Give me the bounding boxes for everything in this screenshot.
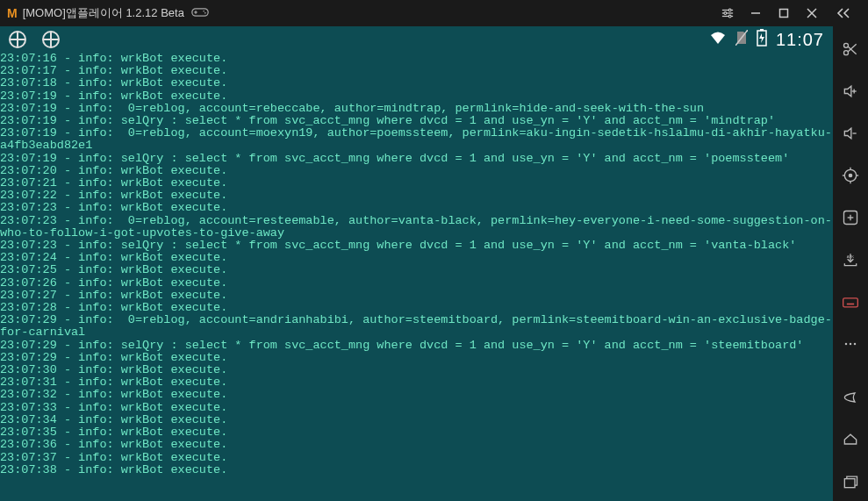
svg-point-43 [850, 343, 852, 346]
volume-down-button[interactable] [833, 114, 868, 153]
app-icon-1[interactable] [9, 31, 26, 48]
more-button[interactable] [833, 325, 868, 363]
wifi-icon [709, 31, 727, 48]
gamepad-icon [191, 6, 209, 21]
volume-up-button[interactable] [833, 72, 868, 111]
keyboard-button[interactable] [833, 283, 868, 321]
collapse-sidebar-button[interactable] [826, 7, 861, 19]
scissors-button[interactable] [833, 30, 868, 68]
add-button[interactable] [833, 198, 868, 237]
svg-rect-45 [844, 479, 855, 488]
titlebar: M [MOMO]앱플레이어 1.2.12 Beta [0, 0, 868, 26]
android-statusbar: 11:07 [0, 26, 833, 53]
sim-icon [735, 30, 748, 49]
svg-point-26 [849, 174, 851, 176]
status-clock: 11:07 [776, 30, 824, 50]
svg-point-4 [204, 12, 206, 14]
svg-rect-12 [780, 10, 788, 18]
svg-point-44 [854, 343, 857, 346]
location-button[interactable] [833, 156, 868, 195]
minimize-button[interactable] [742, 0, 770, 26]
svg-point-42 [845, 343, 848, 346]
android-back-button[interactable] [833, 378, 868, 417]
close-button[interactable] [798, 0, 826, 26]
window-title: [MOMO]앱플레이어 1.2.12 Beta [23, 5, 184, 21]
svg-text:APK: APK [847, 254, 855, 259]
svg-point-10 [728, 15, 731, 18]
battery-icon [757, 29, 767, 50]
svg-rect-36 [843, 298, 858, 307]
maximize-button[interactable] [770, 0, 798, 26]
android-recents-button[interactable] [833, 462, 868, 501]
svg-point-9 [724, 12, 727, 15]
app-icon-2[interactable] [42, 31, 60, 48]
svg-point-3 [203, 10, 204, 11]
apk-install-button[interactable]: APK [833, 240, 868, 279]
emulator-screen: 11:07 23:07:16 - info: wrkBot execute. 2… [0, 26, 833, 501]
app-logo-icon: M [7, 6, 18, 20]
tool-sidebar: APK [833, 26, 868, 501]
svg-point-8 [728, 9, 731, 11]
terminal-output[interactable]: 23:07:16 - info: wrkBot execute. 23:07:1… [0, 53, 833, 501]
settings-button[interactable] [714, 0, 742, 26]
android-home-button[interactable] [833, 420, 868, 459]
